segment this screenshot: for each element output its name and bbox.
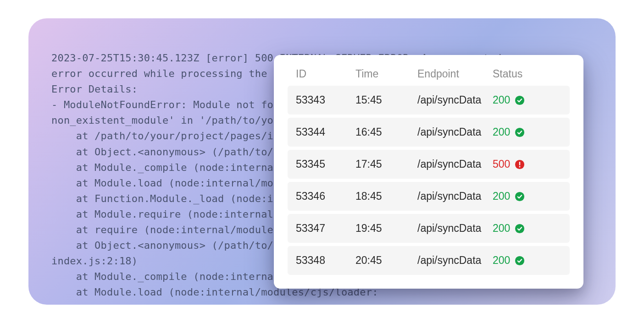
table-body: 5334315:45/api/syncData2005334416:45/api… — [288, 86, 570, 275]
table-row[interactable]: 5334820:45/api/syncData200 — [288, 246, 570, 275]
cell-status: 200 — [493, 94, 561, 106]
svg-point-1 — [515, 127, 524, 137]
cell-status: 500 — [493, 158, 561, 170]
svg-point-0 — [515, 95, 524, 104]
status-code: 200 — [493, 222, 510, 235]
cell-status: 200 — [493, 222, 561, 235]
cell-time: 15:45 — [355, 94, 417, 106]
check-circle-icon — [515, 224, 525, 234]
status-code: 200 — [493, 190, 510, 203]
check-circle-icon — [515, 192, 525, 202]
cell-endpoint: /api/syncData — [417, 254, 493, 267]
table-row[interactable]: 5334517:45/api/syncData500 — [288, 150, 570, 179]
cell-id: 53344 — [296, 126, 355, 138]
log-background-card: 2023-07-25T15:30:45.123Z [error] 500 INT… — [28, 18, 616, 305]
status-code: 500 — [493, 158, 510, 170]
cell-endpoint: /api/syncData — [417, 126, 493, 138]
check-circle-icon — [515, 127, 525, 137]
cell-endpoint: /api/syncData — [417, 190, 493, 203]
svg-point-5 — [515, 192, 524, 201]
header-id: ID — [296, 68, 355, 80]
cell-id: 53345 — [296, 158, 355, 170]
status-code: 200 — [493, 254, 510, 267]
check-circle-icon — [515, 95, 525, 105]
cell-id: 53346 — [296, 190, 355, 203]
error-circle-icon — [515, 159, 525, 170]
cell-time: 18:45 — [355, 190, 417, 203]
cell-endpoint: /api/syncData — [417, 94, 493, 106]
cell-endpoint: /api/syncData — [417, 222, 493, 235]
status-code: 200 — [493, 94, 510, 106]
cell-status: 200 — [493, 254, 561, 267]
check-circle-icon — [515, 256, 525, 266]
cell-status: 200 — [493, 190, 561, 203]
header-status: Status — [493, 68, 561, 80]
svg-point-7 — [515, 256, 524, 265]
cell-time: 19:45 — [355, 222, 417, 235]
table-row[interactable]: 5334618:45/api/syncData200 — [288, 182, 570, 211]
table-row[interactable]: 5334719:45/api/syncData200 — [288, 214, 570, 243]
cell-time: 17:45 — [355, 158, 417, 170]
table-row[interactable]: 5334416:45/api/syncData200 — [288, 118, 570, 147]
table-header-row: ID Time Endpoint Status — [288, 68, 570, 86]
cell-status: 200 — [493, 126, 561, 138]
svg-point-6 — [515, 224, 524, 233]
cell-time: 20:45 — [355, 254, 417, 267]
svg-point-4 — [519, 166, 521, 167]
svg-rect-3 — [519, 162, 520, 165]
cell-endpoint: /api/syncData — [417, 158, 493, 170]
cell-time: 16:45 — [355, 126, 417, 138]
status-code: 200 — [493, 126, 510, 138]
requests-table-card: ID Time Endpoint Status 5334315:45/api/s… — [274, 55, 583, 289]
cell-id: 53348 — [296, 254, 355, 267]
table-row[interactable]: 5334315:45/api/syncData200 — [288, 86, 570, 115]
cell-id: 53347 — [296, 222, 355, 235]
header-endpoint: Endpoint — [417, 68, 493, 80]
cell-id: 53343 — [296, 94, 355, 106]
header-time: Time — [355, 68, 417, 80]
